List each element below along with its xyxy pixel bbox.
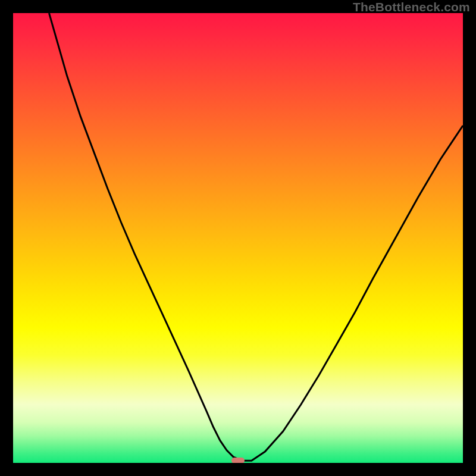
watermark-text: TheBottleneck.com xyxy=(353,0,470,14)
optimal-point-marker xyxy=(231,458,245,463)
plot-area xyxy=(13,13,463,463)
chart-container: TheBottleneck.com xyxy=(0,0,476,476)
curve-path xyxy=(49,13,463,461)
bottleneck-curve xyxy=(13,13,463,463)
